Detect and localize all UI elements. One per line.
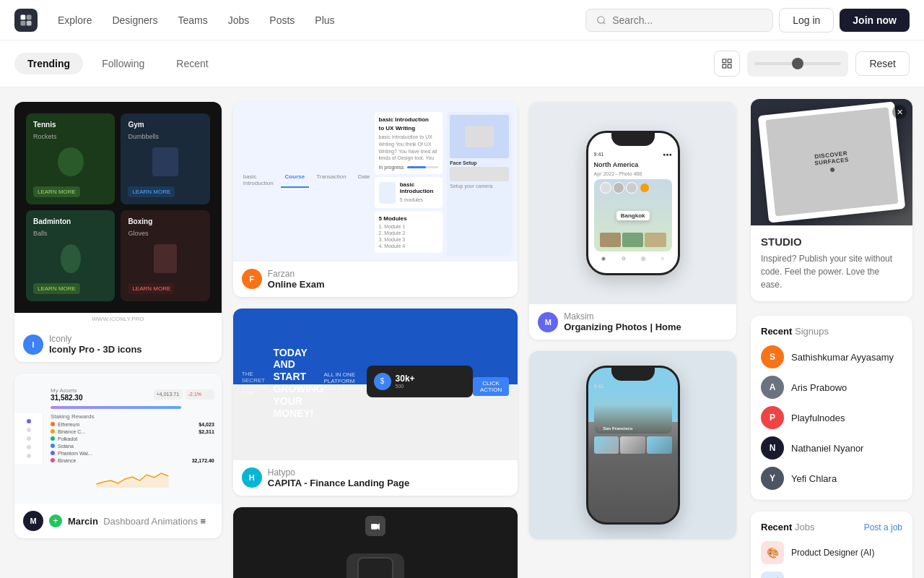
signup-item[interactable]: Y Yefi Chlara bbox=[761, 467, 902, 490]
ux-title: basic Introduction bbox=[400, 181, 439, 194]
search-bar[interactable] bbox=[585, 9, 773, 32]
card-organizing-photos[interactable]: 9:41 ●●● North America Apr 2022 - Photo … bbox=[529, 102, 736, 340]
job-icon: 🚀 bbox=[761, 571, 784, 578]
video-preview bbox=[346, 536, 404, 578]
post-job-link[interactable]: Post a job bbox=[864, 522, 902, 532]
search-input[interactable] bbox=[612, 14, 762, 26]
tab-following[interactable]: Following bbox=[89, 53, 157, 74]
signup-avatar: A bbox=[761, 376, 784, 399]
nav-explore[interactable]: Explore bbox=[49, 10, 100, 30]
mock-value: 31,582.30 bbox=[51, 394, 83, 402]
signup-list: S Sathishkumar Ayyasamy A Aris Prabowo P… bbox=[761, 345, 902, 490]
section-title: Recent Signups bbox=[761, 326, 902, 337]
map-avatars bbox=[600, 182, 666, 194]
logo[interactable] bbox=[14, 9, 38, 32]
card-meta-text: Marcin Dashboard Animations ≡ bbox=[68, 516, 206, 527]
filter-bar: Trending Following Recent Reset bbox=[0, 40, 924, 87]
job-item[interactable]: 🎨 Product Designer (AI) bbox=[761, 541, 902, 564]
signup-avatar: S bbox=[761, 345, 784, 368]
card-thumbnail: Tennis Rockets LEARN MORE Gym Dumbbells … bbox=[14, 102, 222, 313]
mock-btn: LEARN MORE bbox=[33, 283, 80, 294]
promo-title: STUDIO bbox=[761, 236, 902, 248]
mock-rewards-list: Ethereum $4,023 Binance C... $2,311 bbox=[51, 422, 214, 463]
signup-item[interactable]: A Aris Prabowo bbox=[761, 376, 902, 399]
promo-description: Inspired? Publish your site without code… bbox=[761, 252, 902, 291]
login-button[interactable]: Log in bbox=[779, 8, 834, 33]
mock-btn: LEARN MORE bbox=[128, 283, 175, 294]
signup-item[interactable]: N Nathaniel Nyanor bbox=[761, 436, 902, 460]
card-dashboard-animations[interactable]: My Assets 31,582.30 +4,013.71 -2.1% Stak… bbox=[14, 374, 222, 538]
main-nav: Explore Designers Teams Jobs Posts Plus bbox=[49, 10, 344, 30]
card-author: Farzan bbox=[268, 269, 325, 279]
ux-tabs: basic Introduction Course Transaction Da… bbox=[239, 172, 375, 188]
card-thumbnail: 9:41 ●●● North America Apr 2022 - Photo … bbox=[529, 102, 736, 304]
card-title: Organizing Photos | Home bbox=[564, 322, 681, 332]
card-online-exam[interactable]: basic Introduction Course Transaction Da… bbox=[233, 102, 518, 297]
tab-recent[interactable]: Recent bbox=[163, 53, 221, 74]
card-video[interactable] bbox=[233, 507, 518, 578]
finance-amount: 30k+ bbox=[396, 374, 415, 384]
phone-nav: ◉ ⊙ ◎ ○ bbox=[594, 256, 672, 262]
join-button[interactable]: Join now bbox=[840, 9, 910, 32]
card-meta: + bbox=[49, 514, 62, 527]
svg-rect-7 bbox=[723, 64, 726, 68]
phone-screen: 9:41 ●●● North America Apr 2022 - Photo … bbox=[588, 146, 678, 273]
ux-tab: Transaction bbox=[312, 172, 351, 188]
nav-posts[interactable]: Posts bbox=[261, 10, 303, 30]
module-item: 3. Module 3 bbox=[379, 237, 439, 242]
job-item[interactable]: 🚀 Founder Product bbox=[761, 571, 902, 578]
card-meta: Farzan Online Exam bbox=[268, 269, 325, 290]
svg-rect-5 bbox=[723, 59, 726, 63]
search-icon bbox=[596, 15, 606, 25]
ux-block: basic Introduction to UX Writing basic I… bbox=[375, 112, 443, 174]
signup-name: Sathishkumar Ayyasamy bbox=[791, 352, 894, 363]
camera-icon bbox=[370, 521, 380, 531]
card-street-phone[interactable]: 9:41 📍 San Francisco bbox=[529, 351, 736, 539]
ux-subtitle: to UX Writing bbox=[379, 125, 439, 131]
view-toggle-button[interactable] bbox=[714, 51, 740, 77]
ux-tab-active: Course bbox=[281, 172, 310, 188]
promo-close-button[interactable]: ✕ bbox=[892, 105, 907, 119]
phone-time: 9:41 bbox=[594, 152, 604, 157]
nav-plus[interactable]: Plus bbox=[306, 10, 343, 30]
reset-button[interactable]: Reset bbox=[855, 51, 910, 76]
card-footer: M + Marcin Dashboard Animations ≡ bbox=[14, 504, 222, 538]
signup-item[interactable]: S Sathishkumar Ayyasamy bbox=[761, 345, 902, 368]
card-watermark: WWW.ICONLY.PRO bbox=[14, 313, 222, 327]
jobs-title: Recent Jobs bbox=[761, 522, 814, 532]
svg-marker-10 bbox=[378, 523, 380, 530]
ux-item: basic Introduction 5 modules bbox=[375, 177, 443, 208]
phone-notch bbox=[611, 133, 655, 146]
signup-avatar: N bbox=[761, 436, 784, 460]
card-iconly-3d-icons[interactable]: Tennis Rockets LEARN MORE Gym Dumbbells … bbox=[14, 102, 222, 362]
nav-designers[interactable]: Designers bbox=[103, 10, 166, 30]
phone-mockup-small bbox=[346, 553, 404, 578]
ux-side-text: Setup your camera bbox=[450, 184, 509, 189]
signup-name: Nathaniel Nyanor bbox=[791, 443, 863, 454]
finance-headline: TODAY ANDSTART GROWINGYOUR MONEY! bbox=[273, 347, 323, 420]
promo-dot bbox=[830, 168, 835, 173]
sidebar-recent-signups: Recent Signups S Sathishkumar Ayyasamy A… bbox=[751, 316, 912, 500]
street-screen: 9:41 📍 San Francisco bbox=[588, 381, 678, 457]
progress-label: In progress bbox=[379, 165, 404, 170]
nav-profile: ○ bbox=[661, 256, 664, 262]
ux-title: basic Introduction bbox=[379, 116, 439, 123]
slider-thumb[interactable] bbox=[792, 58, 803, 69]
photo-thumbs bbox=[600, 233, 666, 247]
finance-tagline: THE SECRET WEAPON FOR bbox=[242, 371, 274, 397]
mock-btn: LEARN MORE bbox=[128, 186, 175, 197]
finance-cta: CLICK ACTION bbox=[473, 373, 509, 396]
svg-rect-3 bbox=[27, 20, 32, 25]
signup-item[interactable]: P Playfulnodes bbox=[761, 406, 902, 429]
tab-trending[interactable]: Trending bbox=[14, 53, 83, 74]
sidebar-promo-card[interactable]: DISCOVERSURFACES ✕ STUDIO Inspired? Publ… bbox=[751, 99, 912, 301]
finance-label: 500 bbox=[396, 384, 415, 389]
size-slider[interactable] bbox=[747, 51, 848, 77]
jobs-header: Recent Jobs Post a job bbox=[761, 522, 902, 532]
card-author: Hatypo bbox=[268, 467, 409, 478]
card-capita-finance[interactable]: THE SECRET WEAPON FOR TODAY ANDSTART GRO… bbox=[233, 309, 518, 496]
card-meta: Hatypo CAPITA - Finance Landing Page bbox=[268, 467, 409, 488]
ux-content: basic Introduction to UX Writing basic I… bbox=[375, 112, 513, 256]
nav-teams[interactable]: Teams bbox=[170, 10, 217, 30]
nav-jobs[interactable]: Jobs bbox=[219, 10, 258, 30]
